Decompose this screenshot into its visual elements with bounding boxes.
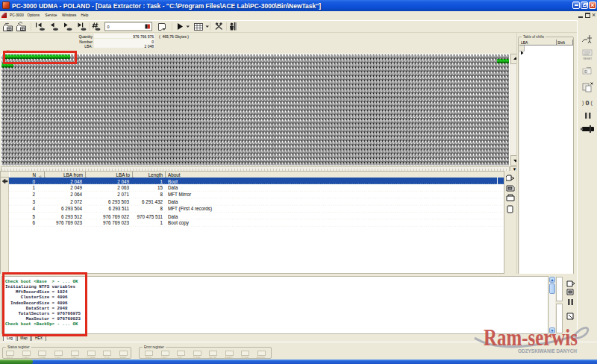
svg-text:(: (	[591, 100, 593, 106]
svg-text:ID: ID	[584, 70, 588, 74]
svg-text:ODZYSKIWANIE DANYCH: ODZYSKIWANIE DANYCH	[518, 348, 577, 354]
svg-text:0: 0	[107, 25, 110, 29]
svg-text:RESET: RESET	[584, 57, 593, 60]
svg-text:): )	[582, 100, 584, 106]
svg-text:Ram-serwis: Ram-serwis	[484, 324, 578, 351]
svg-text:0: 0	[586, 99, 590, 107]
